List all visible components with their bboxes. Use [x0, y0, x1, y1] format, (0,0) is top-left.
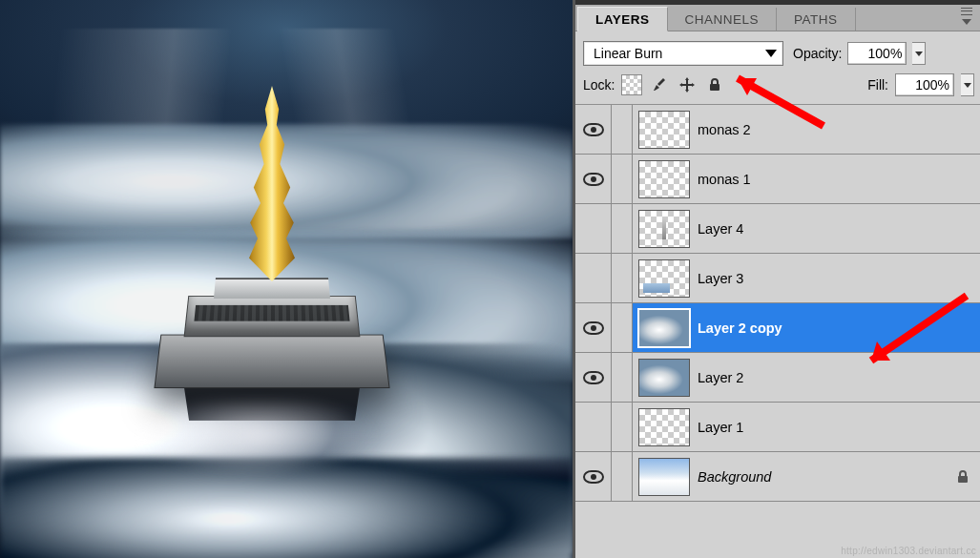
layer-thumbnail[interactable] — [638, 210, 690, 248]
link-col[interactable] — [612, 403, 633, 451]
blend-mode-value: Linear Burn — [594, 46, 662, 61]
layer-thumbnail[interactable] — [638, 309, 690, 347]
eye-icon — [583, 272, 604, 285]
visibility-toggle[interactable] — [575, 204, 612, 253]
layer-name[interactable]: Layer 2 — [698, 370, 743, 385]
panel-menu-icon[interactable] — [957, 8, 976, 25]
document-canvas[interactable] — [0, 0, 573, 558]
tab-layers[interactable]: LAYERS — [577, 7, 668, 31]
link-col[interactable] — [612, 155, 633, 203]
layer-row[interactable]: Layer 1 — [575, 403, 980, 452]
opacity-label: Opacity: — [793, 46, 842, 61]
visibility-toggle[interactable] — [575, 155, 612, 203]
link-col[interactable] — [612, 353, 633, 402]
link-col[interactable] — [612, 105, 633, 154]
tab-channels[interactable]: CHANNELS — [668, 8, 778, 31]
visibility-toggle[interactable] — [575, 254, 612, 302]
opacity-input[interactable]: 100% — [847, 42, 907, 65]
watermark: http://edwin1303.deviantart.cc — [841, 546, 976, 556]
layer-name[interactable]: Background — [698, 469, 771, 485]
layer-thumbnail[interactable] — [638, 408, 690, 446]
visibility-toggle[interactable] — [575, 403, 612, 451]
layer-name[interactable]: monas 2 — [698, 122, 751, 137]
lock-transparency-icon[interactable] — [621, 74, 642, 95]
opacity-stepper[interactable] — [912, 42, 926, 65]
eye-icon — [583, 173, 604, 186]
layer-thumbnail[interactable] — [638, 111, 690, 149]
layer-row[interactable]: monas 2 — [575, 105, 980, 155]
eye-icon — [583, 470, 604, 484]
layer-thumbnail[interactable] — [638, 259, 690, 298]
layer-name[interactable]: Layer 4 — [698, 221, 743, 237]
eye-icon — [583, 321, 604, 335]
layer-thumbnail[interactable] — [638, 458, 690, 496]
monas-tower-art — [148, 86, 396, 467]
link-col[interactable] — [612, 452, 633, 501]
layer-row[interactable]: Layer 2 — [575, 353, 980, 403]
lock-position-icon[interactable] — [677, 74, 698, 95]
layer-row[interactable]: monas 1 — [575, 155, 980, 204]
eye-icon — [583, 371, 604, 384]
visibility-toggle[interactable] — [575, 303, 612, 352]
eye-icon — [583, 123, 604, 136]
tab-paths[interactable]: PATHS — [777, 8, 856, 31]
layer-name[interactable]: Layer 1 — [698, 420, 743, 435]
lock-row: Lock: Fill: 100% — [575, 70, 980, 105]
blend-mode-row: Linear Burn Opacity: 100% — [575, 31, 980, 70]
lock-icon — [955, 469, 970, 485]
layer-name[interactable]: Layer 3 — [698, 271, 743, 286]
layer-name[interactable]: Layer 2 copy — [698, 320, 782, 336]
svg-rect-1 — [958, 476, 968, 483]
link-col[interactable] — [612, 254, 633, 302]
layer-row[interactable]: Layer 2 copy — [575, 303, 980, 353]
panel-tabs: LAYERS CHANNELS PATHS — [575, 5, 980, 31]
layer-row[interactable]: Layer 4 — [575, 204, 980, 254]
visibility-toggle[interactable] — [575, 105, 612, 154]
chevron-down-icon — [765, 50, 777, 57]
layers-panel: LAYERS CHANNELS PATHS Linear Burn Opacit… — [573, 0, 980, 558]
layer-name[interactable]: monas 1 — [698, 172, 751, 187]
visibility-toggle[interactable] — [575, 353, 612, 402]
eye-icon — [583, 421, 604, 434]
blend-mode-select[interactable]: Linear Burn — [583, 41, 783, 66]
layer-thumbnail[interactable] — [638, 160, 690, 198]
layer-row[interactable]: Background — [575, 452, 980, 502]
layer-thumbnail[interactable] — [638, 359, 690, 397]
visibility-toggle[interactable] — [575, 452, 612, 501]
fill-label: Fill: — [867, 77, 888, 93]
svg-rect-0 — [710, 84, 719, 91]
lock-pixels-icon[interactable] — [649, 74, 670, 95]
link-col[interactable] — [612, 204, 633, 253]
lock-label: Lock: — [583, 77, 615, 93]
layer-list: monas 2 monas 1 Layer 4 Layer 3 Layer 2 … — [575, 105, 980, 502]
fill-input[interactable]: 100% — [895, 73, 954, 96]
link-col[interactable] — [612, 303, 633, 352]
lock-all-icon[interactable] — [704, 74, 725, 95]
layer-row[interactable]: Layer 3 — [575, 254, 980, 303]
fill-stepper[interactable] — [961, 73, 974, 96]
eye-icon — [583, 222, 604, 236]
